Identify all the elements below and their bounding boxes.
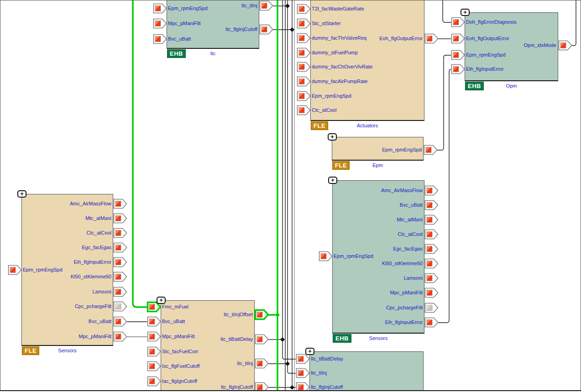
port-label: Cpc_pchargeFilt	[21, 303, 111, 310]
port-Kl50_stKlemme50[interactable]	[424, 258, 439, 269]
port-Cpc_pchargeFilt[interactable]	[113, 301, 127, 312]
port-Isc_flgFuelCutoff[interactable]	[147, 361, 161, 371]
port-label: Kl50_stKlemme50	[21, 273, 111, 280]
port-Itc_tiInjOffset[interactable]	[255, 309, 269, 320]
port-Itc_tiInj[interactable]	[259, 0, 273, 11]
port-label: Itc_flgInjCutoff	[311, 384, 343, 391]
port-label: Opm_idxMode	[465, 42, 556, 49]
port-Epm_rpmEngSpd[interactable]	[319, 251, 333, 261]
port-label: Egc_facEgas	[21, 244, 111, 251]
port-Lamsoni[interactable]	[113, 287, 127, 297]
port-label: Eih_flgInputError	[21, 259, 111, 266]
port-Mpc_pManiFilt[interactable]	[153, 18, 167, 29]
port-Mtc_atMani[interactable]	[113, 213, 127, 224]
wire-eih-to-opm[interactable]	[438, 69, 451, 323]
port-Epm_rpmEngSpd[interactable]	[297, 91, 311, 101]
port-label: Kl50_stKlemme50	[332, 260, 423, 267]
port-label: Itc_tiInjOffset	[161, 311, 253, 318]
diagram-canvas[interactable]: EHBItcEpm_rpmEngSpdMpc_pManiFiltBvc_uBat…	[0, 0, 581, 392]
port-label: Itc_tiInj	[311, 370, 327, 376]
port-Bvc_uBatt[interactable]	[424, 200, 439, 210]
port-Eoh_flgOutputError[interactable]	[424, 33, 439, 44]
port-Epm_rpmEngSpd[interactable]	[153, 3, 167, 14]
port-label: Epm_rpmEngSpd	[23, 267, 63, 273]
port-Amc_AirMassFlow[interactable]	[424, 185, 439, 196]
port-Ctc_atCool[interactable]	[113, 228, 127, 238]
port-Stc_stStarter[interactable]	[297, 18, 311, 29]
port-Itc_tiInj[interactable]	[296, 368, 310, 378]
port-Mpc_pManiFilt[interactable]	[147, 331, 161, 342]
expand-icon[interactable]: +	[461, 9, 470, 16]
port-Ctc_atCool[interactable]	[297, 105, 311, 115]
port-Eih_flgInputError[interactable]	[113, 257, 127, 267]
port-dummy_facThrValveReq[interactable]	[297, 33, 311, 43]
block-name-sensors-fle: Sensors	[21, 347, 113, 354]
port-label: Stc_facFuelCorr	[162, 348, 198, 355]
port-Eih_flgInputError[interactable]	[424, 317, 439, 328]
port-Eih_flgInputError[interactable]	[451, 64, 465, 74]
port-Doh_flgErrorDiagnosis[interactable]	[451, 17, 465, 27]
port-Itc_flgInjCutoff[interactable]	[259, 24, 273, 35]
port-Itc_tiInj[interactable]	[255, 358, 269, 369]
port-Bvc_uBatt[interactable]	[113, 316, 127, 327]
port-Epm_rpmEngSpd[interactable]	[424, 145, 438, 155]
port-label: Cpc_pchargeFilt	[332, 304, 423, 311]
port-label: Itc_tiInj	[161, 360, 253, 367]
port-label: Lamsoni	[21, 288, 111, 295]
port-Iac_flgIgnCutoff[interactable]	[147, 376, 161, 387]
port-label: Epm_rpmEngSpd	[312, 93, 351, 99]
block-actuators[interactable]	[310, 0, 424, 121]
port-label: Bvc_uBatt	[332, 202, 423, 209]
port-label: Egc_facEgas	[332, 246, 423, 252]
port-label: Epm_rpmEngSpd	[466, 52, 506, 58]
port-Lamsoni[interactable]	[424, 273, 439, 283]
port-Itc_tiBattDelay[interactable]	[255, 334, 269, 345]
port-label: Itc_flgInjCutoff	[167, 26, 257, 33]
expand-icon[interactable]: +	[305, 348, 314, 355]
port-label: Epm_rpmEngSpd	[334, 253, 373, 260]
port-label: Bvc_uBatt	[168, 36, 191, 42]
port-Ctc_atCool[interactable]	[424, 229, 439, 240]
port-label: T2t_facWasteGateRate	[312, 5, 364, 12]
port-label: dummy_facChOverVlvRate	[312, 63, 372, 70]
port-Mtc_atMani[interactable]	[424, 214, 439, 225]
block-name-sensors-ehb: Sensors	[332, 335, 424, 341]
wire-opm-idxmode-up[interactable]	[572, 0, 576, 46]
port-label: Mtc_atMani	[332, 216, 423, 223]
port-label: Mtc_atMani	[21, 215, 111, 222]
port-Epm_rpmEngSpd[interactable]	[8, 265, 22, 275]
port-label: dummy_stFuelPump	[312, 49, 358, 56]
port-Itc_tiBattDelay[interactable]	[296, 354, 310, 364]
port-Mpc_pManiFilt[interactable]	[424, 287, 439, 298]
port-label: Eoh_flgOutputError	[310, 35, 423, 42]
port-dummy_facChOverVlvRate[interactable]	[297, 62, 311, 72]
expand-icon[interactable]: +	[328, 177, 337, 184]
port-label: Fmc_mFuel	[162, 303, 188, 310]
port-Egc_facEgas[interactable]	[424, 244, 439, 254]
expand-icon[interactable]: +	[157, 297, 166, 304]
port-Stc_facFuelCorr[interactable]	[147, 346, 161, 357]
port-Eoh_flgOutputError[interactable]	[451, 33, 465, 44]
port-Bvc_uBatt[interactable]	[153, 34, 167, 44]
port-Amc_AirMassFlow[interactable]	[113, 199, 127, 209]
port-Egc_facEgas[interactable]	[113, 242, 127, 253]
port-Bvc_uBatt[interactable]	[147, 316, 161, 327]
port-T2t_facWasteGateRate[interactable]	[297, 4, 311, 14]
port-label: Stc_stStarter	[312, 20, 341, 27]
port-label: Itc_flgInjCutoff	[161, 384, 253, 391]
port-dummy_stFuelPump[interactable]	[297, 47, 311, 58]
port-Epm_rpmEngSpd[interactable]	[451, 50, 465, 60]
port-Kl50_stKlemme50[interactable]	[113, 272, 127, 282]
port-label: Ctc_atCool	[332, 231, 423, 238]
port-label: Eih_flgInputError	[466, 66, 504, 73]
port-Opm_idxMode[interactable]	[558, 40, 572, 51]
port-Cpc_pchargeFilt[interactable]	[424, 303, 439, 313]
wire-green-fmc-mfuel[interactable]	[133, 0, 147, 307]
port-label: Ctc_atCool	[312, 107, 336, 114]
port-dummy_facAirPumpRate[interactable]	[297, 76, 311, 87]
port-Mpc_pManiFilt[interactable]	[113, 331, 127, 342]
expand-icon[interactable]: +	[328, 133, 337, 141]
wire-doh-from-top[interactable]	[443, 0, 451, 22]
expand-icon[interactable]: +	[17, 190, 26, 198]
wire-net-tiBattDelay-vertical[interactable]	[283, 0, 296, 359]
